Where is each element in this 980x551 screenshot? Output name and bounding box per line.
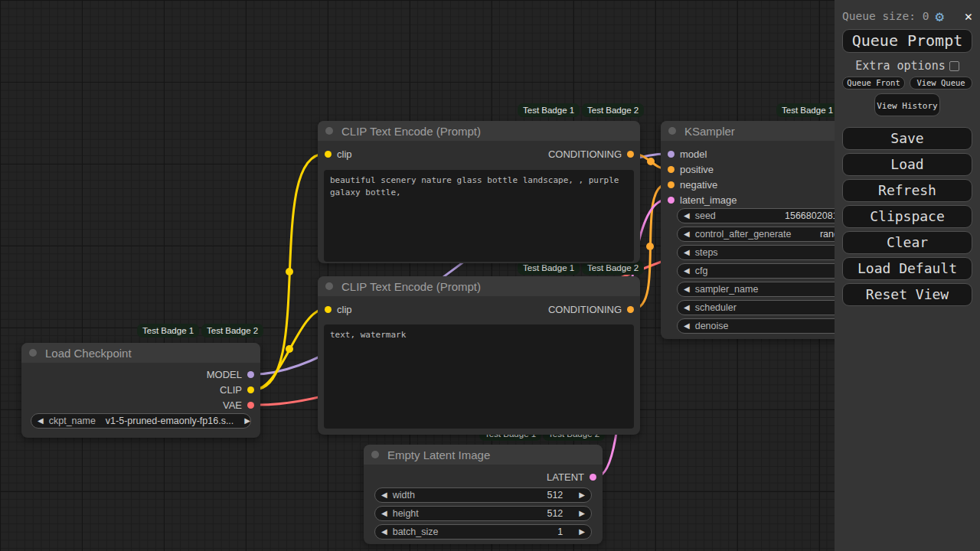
- prompt-textarea[interactable]: [324, 170, 634, 262]
- widget-value: 512: [547, 490, 563, 500]
- node-title-bar[interactable]: CLIP Text Encode (Prompt): [318, 121, 640, 141]
- collapse-dot[interactable]: [29, 349, 37, 357]
- node-badge: Test Badge 2: [201, 324, 263, 337]
- widget-label: sampler_name: [695, 284, 759, 295]
- arrow-left-icon[interactable]: ◀: [38, 417, 44, 425]
- widget-label: batch_size: [393, 527, 439, 537]
- refresh-button[interactable]: Refresh: [842, 179, 972, 202]
- arrow-left-icon[interactable]: ◀: [381, 510, 387, 517]
- model-input-slot[interactable]: [668, 151, 675, 158]
- negative-input-slot[interactable]: [668, 181, 675, 188]
- widget-label: denoise: [695, 321, 729, 331]
- widget-value: v1-5-pruned-emaonly-fp16.s...: [106, 416, 234, 426]
- collapse-dot[interactable]: [668, 127, 676, 135]
- node-badge: Test Badge 2: [582, 103, 644, 117]
- widget-value: 1: [557, 527, 563, 537]
- arrow-right-icon[interactable]: ▶: [579, 491, 585, 499]
- output-label-model: MODEL: [207, 369, 242, 380]
- node-badge: Test Badge 1: [137, 324, 199, 337]
- arrow-right-icon[interactable]: ▶: [579, 510, 585, 517]
- node-clip-text-encode-negative[interactable]: CLIP Text Encode (Prompt) clip CONDITION…: [318, 276, 640, 435]
- collapse-dot[interactable]: [325, 127, 333, 135]
- node-clip-text-encode-positive[interactable]: CLIP Text Encode (Prompt) clip CONDITION…: [318, 121, 640, 263]
- save-button[interactable]: Save: [842, 127, 972, 150]
- output-label-conditioning: CONDITIONING: [548, 148, 622, 160]
- clip-input-slot[interactable]: [325, 306, 332, 313]
- input-label-clip: clip: [337, 304, 352, 315]
- arrow-left-icon[interactable]: ◀: [684, 212, 690, 220]
- queue-size-label: Queue size: 0: [842, 10, 929, 22]
- widget-label: height: [393, 508, 419, 519]
- collapse-dot[interactable]: [325, 282, 333, 290]
- input-label-clip: clip: [337, 148, 352, 160]
- output-label-clip: CLIP: [220, 384, 242, 396]
- extra-options-checkbox[interactable]: [949, 61, 959, 71]
- extra-options-label: Extra options: [855, 59, 945, 73]
- positive-input-slot[interactable]: [668, 166, 675, 173]
- conditioning-output-slot[interactable]: [627, 306, 634, 313]
- input-label-positive: positive: [680, 164, 714, 175]
- node-title-bar[interactable]: Empty Latent Image: [364, 445, 603, 465]
- arrow-left-icon[interactable]: ◀: [684, 304, 690, 311]
- model-output-slot[interactable]: [247, 371, 254, 378]
- vae-output-slot[interactable]: [247, 402, 254, 409]
- arrow-right-icon[interactable]: ▶: [579, 528, 585, 536]
- clip-input-slot[interactable]: [325, 151, 332, 158]
- input-label-negative: negative: [680, 179, 717, 191]
- arrow-left-icon[interactable]: ◀: [684, 267, 690, 275]
- arrow-left-icon[interactable]: ◀: [684, 322, 690, 330]
- ckpt-name-widget[interactable]: ◀ ckpt_name v1-5-pruned-emaonly-fp16.s..…: [31, 413, 251, 429]
- node-title-bar[interactable]: Load Checkpoint: [21, 343, 260, 363]
- load-button[interactable]: Load: [842, 153, 972, 176]
- close-icon[interactable]: ✕: [965, 8, 972, 24]
- node-title: Load Checkpoint: [45, 347, 132, 360]
- queue-prompt-button[interactable]: Queue Prompt: [842, 29, 972, 53]
- node-load-checkpoint[interactable]: Load Checkpoint MODEL CLIP VAE ◀ ckpt_na…: [21, 343, 260, 438]
- link-dot: [646, 243, 654, 250]
- latent-image-input-slot[interactable]: [668, 197, 675, 204]
- widget-label: control_after_generate: [695, 229, 792, 240]
- latent-output-slot[interactable]: [590, 474, 596, 481]
- arrow-left-icon[interactable]: ◀: [684, 249, 690, 256]
- arrow-left-icon[interactable]: ◀: [684, 230, 690, 238]
- prompt-textarea[interactable]: [324, 324, 634, 429]
- arrow-left-icon[interactable]: ◀: [381, 528, 387, 536]
- clear-button[interactable]: Clear: [842, 231, 972, 254]
- conditioning-output-slot[interactable]: [627, 151, 634, 158]
- node-title: CLIP Text Encode (Prompt): [341, 280, 481, 293]
- arrow-right-icon[interactable]: ▶: [244, 417, 250, 425]
- width-widget[interactable]: ◀ width 512 ▶: [374, 487, 592, 503]
- input-label-model: model: [680, 148, 707, 160]
- clip-output-slot[interactable]: [247, 386, 254, 393]
- batch-size-widget[interactable]: ◀ batch_size 1 ▶: [374, 524, 592, 540]
- widget-value: 512: [547, 508, 563, 519]
- height-widget[interactable]: ◀ height 512 ▶: [374, 506, 592, 521]
- output-label-latent: LATENT: [547, 471, 584, 483]
- widget-label: ckpt_name: [49, 416, 96, 426]
- node-empty-latent-image[interactable]: Empty Latent Image LATENT ◀ width 512 ▶ …: [364, 445, 603, 544]
- arrow-left-icon[interactable]: ◀: [381, 491, 387, 499]
- output-label-vae: VAE: [223, 399, 242, 411]
- view-queue-button[interactable]: View Queue: [910, 77, 972, 90]
- node-title: Empty Latent Image: [387, 448, 490, 461]
- clipspace-button[interactable]: Clipspace: [842, 205, 972, 228]
- node-title: KSampler: [684, 125, 735, 138]
- link-dot: [286, 268, 293, 276]
- load-default-button[interactable]: Load Default: [842, 257, 972, 280]
- link-dot: [286, 345, 293, 353]
- widget-label: width: [393, 490, 415, 500]
- widget-label: steps: [695, 247, 718, 258]
- settings-gear-icon[interactable]: ⚙: [936, 9, 944, 24]
- wire-clip-negative: [254, 309, 325, 390]
- queue-front-button[interactable]: Queue Front: [842, 77, 905, 90]
- collapse-dot[interactable]: [371, 451, 379, 458]
- node-graph-canvas[interactable]: Test Badge 1 Test Badge 2 Test Badge 1 T…: [0, 0, 980, 551]
- widget-label: scheduler: [695, 302, 737, 313]
- arrow-left-icon[interactable]: ◀: [684, 285, 690, 293]
- reset-view-button[interactable]: Reset View: [842, 283, 972, 306]
- node-badge: Test Badge 1: [776, 103, 838, 117]
- node-title: CLIP Text Encode (Prompt): [341, 125, 481, 138]
- comfy-menu: Queue size: 0 ⚙ ✕ Queue Prompt Extra opt…: [835, 0, 980, 551]
- node-title-bar[interactable]: CLIP Text Encode (Prompt): [318, 276, 640, 296]
- view-history-button[interactable]: View History: [874, 93, 940, 116]
